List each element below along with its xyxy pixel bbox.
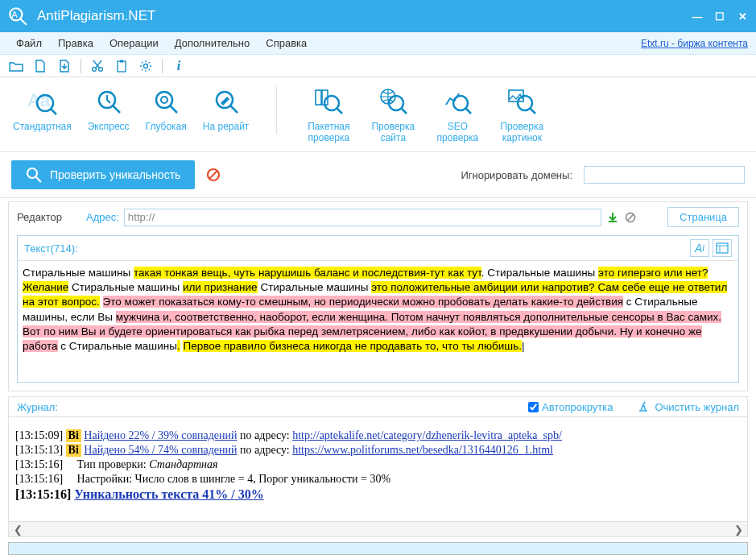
svg-line-31 xyxy=(36,177,41,182)
autoscroll-label: Автопрокрутка xyxy=(542,401,613,413)
ribbon-express-label: Экспресс xyxy=(88,121,130,132)
toolbar: i xyxy=(0,55,756,77)
ribbon-group-check-types: Aa Стандартная Экспресс Глубокая На рера… xyxy=(13,85,249,132)
font-mode-button[interactable]: AI xyxy=(690,239,709,257)
ribbon-batch[interactable]: Пакетная проверка xyxy=(304,85,353,143)
journal-line: [13:15:09] Bi Найдено 22% / 39% совпаден… xyxy=(15,429,741,443)
svg-line-21 xyxy=(337,108,342,114)
ribbon-seo[interactable]: SEO проверка xyxy=(433,85,481,143)
etxt-link[interactable]: Etxt.ru - биржа контента xyxy=(641,38,748,49)
ribbon-seo-label: SEO проверка xyxy=(433,121,481,143)
svg-line-12 xyxy=(113,106,120,113)
ribbon-batch-label: Пакетная проверка xyxy=(304,121,353,143)
forbid-small-icon[interactable] xyxy=(624,211,637,224)
journal-result-link[interactable]: Уникальность текста 41% / 30% xyxy=(74,487,263,501)
info-icon[interactable]: i xyxy=(171,58,187,74)
svg-line-10 xyxy=(51,109,56,114)
journal-url-link[interactable]: https://www.politforums.net/besedka/1316… xyxy=(292,444,553,456)
ignore-domains-label: Игнорировать домены: xyxy=(461,169,572,181)
page-tab[interactable]: Страница xyxy=(667,207,739,227)
svg-line-1 xyxy=(20,19,27,25)
progress-bar xyxy=(8,542,748,555)
cut-icon[interactable] xyxy=(89,58,105,74)
scroll-left-icon[interactable]: ❮ xyxy=(9,522,27,536)
menu-operations[interactable]: Операции xyxy=(101,37,167,49)
autoscroll-input[interactable] xyxy=(528,402,539,412)
batch-icon xyxy=(312,85,345,118)
check-uniqueness-button[interactable]: Проверить уникальность xyxy=(11,160,195,189)
scroll-right-icon[interactable]: ❯ xyxy=(729,522,747,536)
svg-line-24 xyxy=(401,108,407,114)
svg-rect-37 xyxy=(717,243,728,253)
layout-mode-button[interactable] xyxy=(713,239,732,257)
journal-line: [13:15:16] Уникальность текста 41% / 30% xyxy=(15,487,741,503)
ribbon: Aa Стандартная Экспресс Глубокая На рера… xyxy=(0,77,756,152)
ribbon-standard-label: Стандартная xyxy=(13,121,72,132)
journal-line: [13:15:13] Bi Найдено 54% / 74% совпаден… xyxy=(15,443,741,458)
svg-point-7 xyxy=(144,64,148,68)
go-download-icon[interactable] xyxy=(606,211,619,224)
ribbon-site[interactable]: Проверка сайта xyxy=(369,85,417,143)
ribbon-site-label: Проверка сайта xyxy=(369,121,417,143)
journal-body[interactable]: [13:15:09] Bi Найдено 22% / 39% совпаден… xyxy=(9,417,747,522)
menu-advanced[interactable]: Дополнительно xyxy=(167,37,258,49)
save-icon[interactable] xyxy=(56,58,72,74)
title-bar: A AntiPlagiarism.NET — ☐ ✕ xyxy=(0,0,756,32)
check-button-label: Проверить уникальность xyxy=(50,168,180,181)
ribbon-deep-label: Глубокая xyxy=(146,121,187,132)
ribbon-deep[interactable]: Глубокая xyxy=(146,85,187,132)
rewrite-icon xyxy=(210,85,242,118)
menu-bar: Файл Правка Операции Дополнительно Справ… xyxy=(0,32,756,55)
text-count-label: Текст(714): xyxy=(24,242,78,255)
svg-line-33 xyxy=(209,171,217,179)
editor-panel: Редактор Адрес: Страница Текст(714): AI … xyxy=(8,201,748,391)
text-content[interactable]: Стиральные машины такая тонкая вещь, чут… xyxy=(18,261,738,382)
journal-found-link[interactable]: Найдено 54% / 74% совпадений xyxy=(84,444,237,456)
svg-line-36 xyxy=(627,214,634,221)
site-icon xyxy=(377,85,409,118)
svg-rect-6 xyxy=(120,60,123,62)
svg-rect-5 xyxy=(118,61,126,72)
journal-label: Журнал: xyxy=(17,401,58,413)
ribbon-standard[interactable]: Aa Стандартная xyxy=(13,85,72,132)
journal-url-link[interactable]: http://aptekalife.net/category/dzhenerik… xyxy=(292,429,562,441)
forbid-icon[interactable] xyxy=(206,168,221,182)
close-button[interactable]: ✕ xyxy=(735,9,750,23)
ribbon-rewrite[interactable]: На рерайт xyxy=(203,85,250,132)
standard-icon: Aa xyxy=(26,85,58,118)
editor-label: Редактор xyxy=(17,211,62,223)
broom-icon xyxy=(637,400,650,413)
svg-text:A: A xyxy=(11,10,18,19)
svg-line-15 xyxy=(170,106,177,113)
menu-file[interactable]: Файл xyxy=(8,37,50,49)
ribbon-express[interactable]: Экспресс xyxy=(88,85,130,132)
ribbon-images[interactable]: Проверка картинок xyxy=(498,85,546,143)
svg-line-17 xyxy=(230,106,238,113)
menu-help[interactable]: Справка xyxy=(258,37,315,49)
ignore-domains-input[interactable] xyxy=(584,166,745,184)
toolbar-separator xyxy=(81,59,81,73)
scroll-track[interactable] xyxy=(27,522,729,536)
text-box: Текст(714): AI Стиральные машины такая т… xyxy=(17,235,739,383)
address-input[interactable] xyxy=(124,209,601,226)
journal-line: [13:15:16] Настройки: Число слов в шингл… xyxy=(15,472,741,487)
svg-point-4 xyxy=(99,67,103,71)
new-file-icon[interactable] xyxy=(32,58,48,74)
menu-edit[interactable]: Правка xyxy=(50,37,101,49)
ribbon-images-label: Проверка картинок xyxy=(498,121,546,143)
settings-icon[interactable] xyxy=(138,58,154,74)
autoscroll-checkbox[interactable]: Автопрокрутка xyxy=(528,401,613,413)
svg-line-29 xyxy=(530,108,535,114)
toolbar-separator-2 xyxy=(162,59,163,73)
clear-journal-button[interactable]: Очистить журнал xyxy=(637,400,739,413)
open-icon[interactable] xyxy=(8,58,24,74)
svg-line-26 xyxy=(465,108,471,114)
journal-found-link[interactable]: Найдено 22% / 39% совпадений xyxy=(84,429,237,441)
action-row: Проверить уникальность Игнорировать доме… xyxy=(0,152,756,198)
ribbon-group-tools: Пакетная проверка Проверка сайта SEO про… xyxy=(304,85,546,143)
paste-icon[interactable] xyxy=(114,58,130,74)
journal-hscroll[interactable]: ❮ ❯ xyxy=(9,522,747,536)
journal-line: [13:15:16] Тип проверки: Стандартная xyxy=(15,458,741,472)
minimize-button[interactable]: — xyxy=(690,9,704,23)
maximize-button[interactable]: ☐ xyxy=(713,9,727,23)
